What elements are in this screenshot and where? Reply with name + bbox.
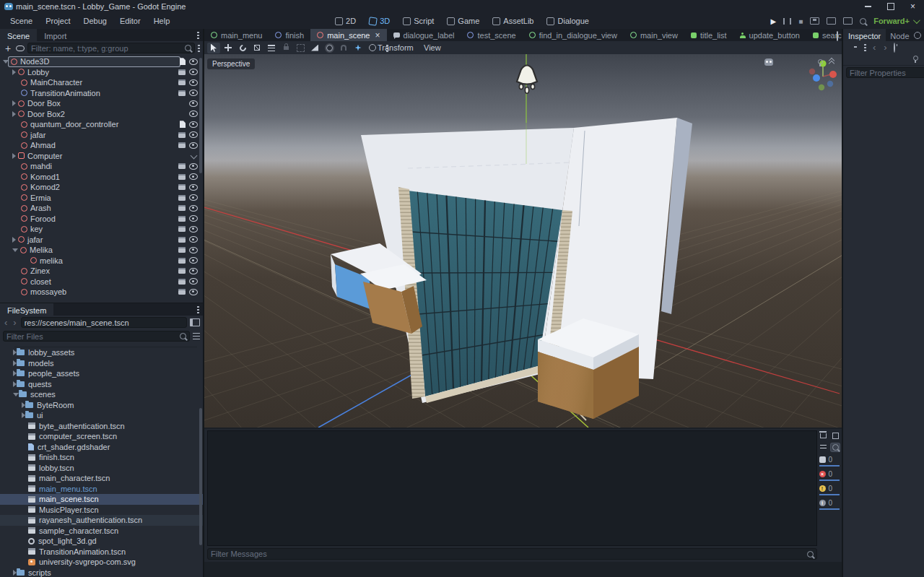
- file-row[interactable]: scenes: [0, 389, 203, 400]
- select-mode-icon[interactable]: [207, 43, 220, 53]
- visibility-toggle-icon[interactable]: [189, 289, 198, 295]
- view-menu[interactable]: View: [418, 43, 447, 52]
- workspace-dialogue[interactable]: Dialogue: [542, 15, 594, 27]
- file-filter-field[interactable]: [3, 331, 190, 342]
- property-filter-field[interactable]: [846, 67, 924, 78]
- scene-tree-row[interactable]: Ahmad: [0, 140, 203, 151]
- menu-scene[interactable]: Scene: [4, 14, 38, 27]
- dock-menu-icon[interactable]: [197, 31, 199, 39]
- scene-tree-row[interactable]: jafar: [0, 235, 203, 246]
- editable-children-icon[interactable]: [178, 195, 186, 201]
- visibility-toggle-icon[interactable]: [189, 58, 198, 65]
- editable-children-icon[interactable]: [178, 132, 186, 138]
- history-forward-icon[interactable]: ›: [12, 319, 17, 326]
- file-row[interactable]: MusicPlayer.tscn: [0, 505, 203, 516]
- scene-tab-find_in_dialogue_view[interactable]: find_in_dialogue_view: [523, 29, 624, 41]
- scene-tree-row[interactable]: mossayeb: [0, 287, 203, 298]
- node-entry[interactable]: Door Box: [16, 99, 189, 108]
- file-row[interactable]: lobby_assets: [0, 347, 203, 358]
- editable-children-icon[interactable]: [178, 69, 186, 75]
- node-entry[interactable]: mossayeb: [19, 287, 178, 297]
- node-entry[interactable]: Node3D: [9, 57, 180, 66]
- file-row[interactable]: ByteRoom: [0, 400, 203, 411]
- sun-icon[interactable]: [323, 43, 336, 53]
- scene-tab-update_button[interactable]: update_button: [733, 29, 806, 41]
- node-entry[interactable]: Melika: [18, 246, 178, 255]
- scene-tree-row[interactable]: Node3D: [0, 56, 203, 67]
- visibility-toggle-icon[interactable]: [189, 121, 198, 128]
- split-mode-icon[interactable]: [190, 318, 200, 326]
- node-entry[interactable]: MainCharacter: [19, 78, 178, 87]
- scene-tree-row[interactable]: Ermia: [0, 193, 203, 204]
- tab-import[interactable]: Import: [37, 29, 74, 41]
- visibility-toggle-icon[interactable]: [189, 163, 198, 170]
- file-sort-icon[interactable]: [193, 333, 200, 339]
- collapse-arrow-icon[interactable]: [12, 248, 18, 252]
- file-row[interactable]: lobby.tscn: [0, 463, 203, 474]
- visibility-toggle-icon[interactable]: [189, 100, 198, 107]
- file-row[interactable]: byte_authentication.tscn: [0, 421, 203, 432]
- editable-children-icon[interactable]: [178, 163, 186, 169]
- editable-children-icon[interactable]: [178, 90, 186, 96]
- scene-tree-row[interactable]: TransitionAnimation: [0, 88, 203, 99]
- editable-children-icon[interactable]: [178, 289, 186, 295]
- editable-children-icon[interactable]: [178, 142, 186, 148]
- editable-children-icon[interactable]: [178, 79, 186, 85]
- file-row[interactable]: models: [0, 358, 203, 369]
- remote-debug-button[interactable]: [810, 17, 819, 25]
- scene-tab-main_menu[interactable]: main_menu: [204, 29, 269, 41]
- filter-errors-toggle[interactable]: ×0: [819, 469, 840, 481]
- visibility-toggle-icon[interactable]: [189, 142, 198, 149]
- 3d-viewport[interactable]: Perspective: [204, 54, 842, 428]
- node-entry[interactable]: jafar: [16, 235, 178, 244]
- filter-editor-messages-toggle[interactable]: i0: [819, 498, 840, 510]
- godot-version-icon[interactable]: [764, 58, 773, 66]
- script-icon[interactable]: [180, 58, 186, 65]
- play-custom-scene-button[interactable]: [843, 17, 853, 25]
- editable-children-icon[interactable]: [178, 258, 186, 264]
- scene-tree-row[interactable]: Forood: [0, 214, 203, 225]
- scene-tree[interactable]: Node3DLobbyMainCharacterTransitionAnimat…: [0, 55, 203, 303]
- editable-children-icon[interactable]: [178, 226, 186, 232]
- group-icon[interactable]: [294, 43, 307, 53]
- node-entry[interactable]: Forood: [19, 214, 178, 223]
- menu-help[interactable]: Help: [148, 14, 176, 27]
- visibility-toggle-icon[interactable]: [189, 278, 198, 285]
- menu-debug[interactable]: Debug: [77, 14, 112, 27]
- distraction-free-button[interactable]: [837, 32, 838, 40]
- expand-bottom-panel-icon[interactable]: [829, 58, 834, 65]
- scene-tree-row[interactable]: mahdi: [0, 161, 203, 172]
- movie-maker-button[interactable]: [860, 18, 866, 25]
- tab-inspector[interactable]: Inspector: [843, 29, 886, 41]
- file-row[interactable]: TransitionAnimation.tscn: [0, 547, 203, 558]
- file-row[interactable]: main_menu.tscn: [0, 484, 203, 495]
- node-entry[interactable]: TransitionAnimation: [19, 88, 178, 97]
- scene-tree-menu-icon[interactable]: [198, 44, 200, 52]
- visibility-toggle-icon[interactable]: [189, 184, 198, 191]
- scene-tree-row[interactable]: quantum_door_controller: [0, 119, 203, 130]
- menu-editor[interactable]: Editor: [114, 14, 147, 27]
- history-icon[interactable]: [894, 43, 895, 52]
- history-forward-icon[interactable]: ›: [882, 44, 888, 51]
- editable-children-icon[interactable]: [178, 216, 186, 222]
- output-log[interactable]: [207, 430, 817, 546]
- play-button[interactable]: ▶: [770, 17, 776, 25]
- node-entry[interactable]: Ermia: [19, 193, 178, 202]
- node-entry[interactable]: Ahmad: [19, 141, 178, 150]
- node-entry[interactable]: Komod1: [19, 172, 178, 181]
- scale-mode-icon[interactable]: [250, 43, 263, 53]
- scene-tree-row[interactable]: Zinex: [0, 266, 203, 277]
- current-path-input[interactable]: [25, 318, 183, 327]
- node-entry[interactable]: Arash: [19, 204, 178, 213]
- scene-tree-row[interactable]: Door Box2: [0, 109, 203, 120]
- scene-tab-main_view[interactable]: main_view: [624, 29, 684, 41]
- node-entry[interactable]: mahdi: [19, 162, 178, 171]
- scene-tree-row[interactable]: Lobby: [0, 67, 203, 78]
- editable-children-icon[interactable]: [178, 247, 186, 253]
- history-back-icon[interactable]: ‹: [871, 44, 877, 51]
- visibility-toggle-icon[interactable]: [189, 131, 198, 138]
- play-scene-button[interactable]: [827, 17, 836, 25]
- ruler-icon[interactable]: [308, 43, 321, 53]
- visibility-toggle-icon[interactable]: [189, 247, 198, 253]
- file-row[interactable]: sample_character.tscn: [0, 526, 203, 537]
